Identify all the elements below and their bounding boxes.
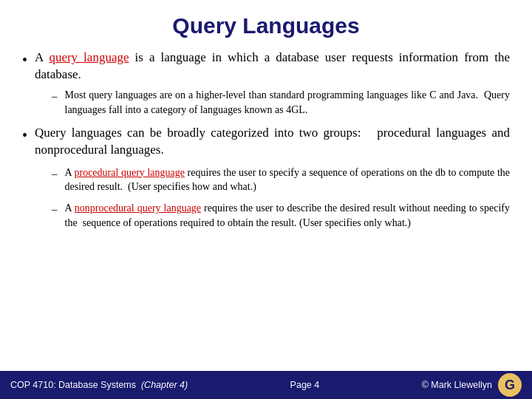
bullet-item-1: • A query language is a language in whic…	[22, 49, 510, 83]
highlight-procedural: procedural query language	[74, 167, 185, 178]
footer-chapter: (Chapter 4)	[141, 380, 188, 390]
footer: COP 4710: Database Systems (Chapter 4) P…	[0, 371, 532, 399]
highlight-nonprocedural: nonprocedural query language	[75, 202, 201, 214]
highlight-query-language: query language	[49, 50, 129, 64]
bullet-text-1: A query language is a language in which …	[35, 49, 510, 83]
footer-copyright: © Mark Llewellyn	[422, 380, 492, 390]
sub-item-1: – Most query languages are on a higher-l…	[52, 88, 510, 117]
logo-icon: G	[498, 373, 522, 397]
content: • A query language is a language in whic…	[22, 49, 510, 399]
sub-dash-3: –	[52, 202, 58, 217]
slide: Query Languages • A query language is a …	[0, 0, 532, 399]
footer-course: COP 4710: Database Systems	[10, 380, 136, 390]
footer-page: Page 4	[290, 380, 320, 390]
bullet-dot-2: •	[22, 126, 27, 146]
footer-left: COP 4710: Database Systems (Chapter 4)	[10, 380, 188, 390]
bullet-text-2: Query languages can be broadly categoriz…	[35, 124, 510, 159]
slide-title: Query Languages	[22, 13, 510, 38]
sub-item-3: – A nonprocedural query language require…	[52, 201, 510, 231]
sub-dash-1: –	[52, 89, 58, 104]
sub-text-1: Most query languages are on a higher-lev…	[65, 88, 511, 117]
sub-item-2: – A procedural query language requires t…	[52, 166, 510, 195]
bullet-item-2: • Query languages can be broadly categor…	[22, 124, 510, 159]
bullet-dot-1: •	[22, 50, 27, 70]
sub-text-2: A procedural query language requires the…	[65, 166, 511, 195]
sub-text-3: A nonprocedural query language requires …	[65, 201, 511, 231]
footer-right: © Mark Llewellyn G	[422, 373, 522, 397]
sub-dash-2: –	[52, 166, 58, 182]
